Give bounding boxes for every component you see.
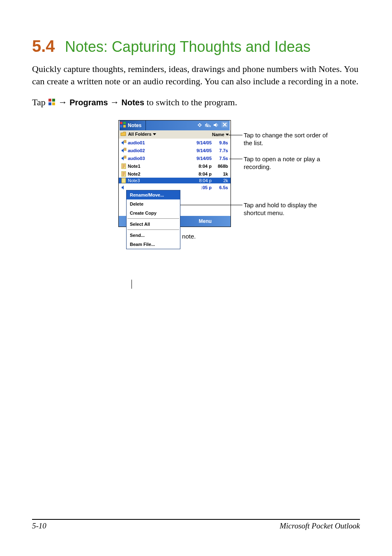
audio-note-icon xyxy=(120,155,127,161)
svg-rect-5 xyxy=(123,122,126,124)
svg-rect-1 xyxy=(52,99,55,102)
callout-sort: Tap to change the sort order of the list… xyxy=(244,132,330,147)
svg-rect-11 xyxy=(124,156,126,158)
arrow-icon: → xyxy=(58,97,67,107)
close-icon[interactable] xyxy=(221,122,228,129)
list-item[interactable]: Note1 8:04 p 868b xyxy=(119,162,231,170)
audio-note-icon xyxy=(120,140,127,146)
item-name: Note3 xyxy=(127,178,189,183)
notes-list: audio01 9/14/05 9.8s audio02 9/14/05 7.7… xyxy=(119,139,231,191)
list-item[interactable]: audio03 9/14/05 7.5s xyxy=(119,154,231,162)
item-size: 7.7s xyxy=(212,148,229,153)
menu-delete[interactable]: Delete xyxy=(127,199,180,208)
sort-dropdown[interactable]: Name xyxy=(212,132,229,137)
svg-rect-9 xyxy=(124,140,126,143)
chevron-down-icon xyxy=(153,132,156,137)
programs-label: Programs xyxy=(69,98,108,107)
notes-label: Notes xyxy=(122,98,145,107)
menu-separator xyxy=(127,218,179,219)
item-size: 9.8s xyxy=(212,140,229,145)
folder-label: All Folders xyxy=(128,132,152,137)
item-size: 6.5s xyxy=(212,185,229,190)
menu-beam-file[interactable]: Beam File... xyxy=(127,240,180,249)
list-item[interactable]: Note2 8:04 p 1k xyxy=(119,170,231,178)
svg-rect-6 xyxy=(120,125,122,127)
chevron-down-icon xyxy=(226,132,229,137)
section-heading: 5.4 Notes: Capturing Thoughts and Ideas xyxy=(32,37,360,56)
list-item[interactable]: audio02 9/14/05 7.7s xyxy=(119,146,231,154)
item-date: 9/14/05 xyxy=(189,148,212,153)
sort-label: Name xyxy=(212,132,224,137)
titlebar: Notes xyxy=(119,120,231,130)
item-name: Note1 xyxy=(127,164,189,169)
context-menu: Rename/Move... Delete Create Copy Select… xyxy=(126,190,180,249)
note-icon xyxy=(120,171,127,177)
list-item[interactable]: audio01 9/14/05 9.8s xyxy=(119,139,231,146)
signal-icon[interactable] xyxy=(205,122,211,129)
speaker-icon[interactable] xyxy=(213,122,219,129)
app-title: Notes xyxy=(126,123,143,128)
item-date: 8:04 p xyxy=(189,164,212,169)
item-date: 8:04 p xyxy=(189,178,212,183)
item-name: audio03 xyxy=(127,156,189,161)
item-size: 1k xyxy=(212,171,229,176)
note-icon xyxy=(120,178,127,183)
folder-icon xyxy=(120,132,126,137)
tap-instruction: Tap → Programs → Notes to switch to the … xyxy=(32,97,360,109)
tap-post: to switch to the program. xyxy=(147,97,238,107)
svg-rect-3 xyxy=(52,102,55,105)
svg-rect-14 xyxy=(122,178,126,183)
section-number: 5.4 xyxy=(32,37,55,55)
filter-bar: All Folders Name xyxy=(119,130,231,139)
connectivity-icon[interactable] xyxy=(197,122,203,129)
audio-note-icon xyxy=(120,185,127,190)
start-icon[interactable] xyxy=(120,121,126,130)
svg-rect-7 xyxy=(123,125,126,127)
svg-rect-0 xyxy=(48,99,51,102)
callout-open: Tap to open a note or play a recording. xyxy=(244,155,338,171)
item-size: 868b xyxy=(212,164,229,169)
device-screenshot: Notes xyxy=(118,120,231,227)
figure: Notes xyxy=(118,120,373,227)
list-item-selected[interactable]: Note3 8:04 p 2k xyxy=(119,178,231,183)
menu-send[interactable]: Send... xyxy=(127,231,180,240)
menu-create-copy[interactable]: Create Copy xyxy=(127,208,180,218)
menu-rename[interactable]: Rename/Move... xyxy=(127,190,180,199)
item-size: 2k xyxy=(212,178,229,183)
footer-title: Microsoft Pocket Outlook xyxy=(279,521,360,531)
item-name: Note2 xyxy=(127,171,189,176)
svg-rect-2 xyxy=(48,102,51,105)
page-footer: 5-10 Microsoft Pocket Outlook xyxy=(32,519,360,531)
callout-hold: Tap and hold to display the shortcut men… xyxy=(244,202,326,217)
menu-button[interactable]: Menu xyxy=(180,218,231,224)
folder-dropdown[interactable]: All Folders xyxy=(120,132,156,137)
menu-separator xyxy=(127,229,179,230)
item-date: 9/14/05 xyxy=(189,156,212,161)
item-date: 9/14/05 xyxy=(189,140,212,145)
start-icon xyxy=(48,98,56,109)
section-title: Notes: Capturing Thoughts and Ideas xyxy=(65,38,311,55)
svg-rect-10 xyxy=(124,148,126,151)
note-icon xyxy=(120,163,127,169)
arrow-icon: → xyxy=(110,97,119,107)
svg-rect-4 xyxy=(120,122,122,124)
item-size: 7.5s xyxy=(212,156,229,161)
tap-pre: Tap xyxy=(32,97,48,107)
menu-select-all[interactable]: Select All xyxy=(127,220,180,229)
audio-note-icon xyxy=(120,148,127,153)
item-name: audio01 xyxy=(127,140,189,145)
page-number: 5-10 xyxy=(32,521,46,531)
item-date: 8:04 p xyxy=(189,171,212,176)
intro-paragraph: Quickly capture thoughts, reminders, ide… xyxy=(32,63,360,87)
item-name: audio02 xyxy=(127,148,189,153)
item-date: :05 p xyxy=(189,185,212,190)
